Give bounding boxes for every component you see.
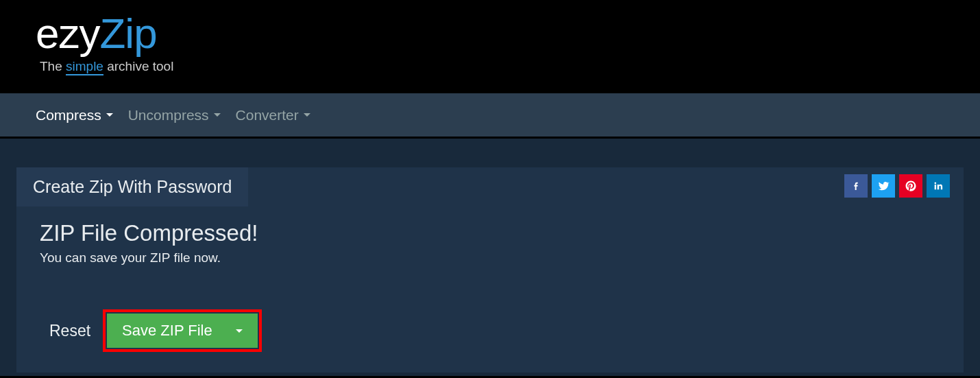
twitter-icon xyxy=(877,180,890,192)
nav-uncompress-label: Uncompress xyxy=(128,107,209,123)
main-navbar: Compress Uncompress Converter xyxy=(0,93,980,139)
status-subtext: You can save your ZIP file now. xyxy=(16,250,964,271)
caret-down-icon xyxy=(236,329,243,333)
logo-part-zip: Zip xyxy=(99,10,156,57)
caret-down-icon xyxy=(214,113,221,117)
content-area: Create Zip With Password ZIP File Compre… xyxy=(0,139,980,376)
caret-down-icon xyxy=(106,113,113,117)
caret-down-icon xyxy=(304,113,310,117)
linkedin-icon xyxy=(933,180,944,191)
share-linkedin[interactable] xyxy=(927,174,950,198)
tagline-post: archive tool xyxy=(103,59,173,73)
status-title: ZIP File Compressed! xyxy=(16,206,964,250)
nav-converter[interactable]: Converter xyxy=(236,107,310,123)
save-zip-label: Save ZIP File xyxy=(122,322,212,340)
main-panel: Create Zip With Password ZIP File Compre… xyxy=(16,167,964,373)
share-twitter[interactable] xyxy=(872,174,895,198)
site-header: ezyZip The simple archive tool xyxy=(0,0,980,93)
nav-compress[interactable]: Compress xyxy=(36,107,113,123)
nav-uncompress[interactable]: Uncompress xyxy=(128,107,221,123)
action-row: Reset Save ZIP File xyxy=(16,271,964,352)
pinterest-icon xyxy=(905,180,917,192)
panel-tab-title: Create Zip With Password xyxy=(16,167,248,206)
save-button-highlight: Save ZIP File xyxy=(103,309,262,352)
logo-part-ezy: ezy xyxy=(36,10,99,57)
share-facebook[interactable] xyxy=(844,174,868,198)
reset-link[interactable]: Reset xyxy=(49,322,90,340)
nav-converter-label: Converter xyxy=(236,107,299,123)
tagline: The simple archive tool xyxy=(40,59,944,74)
nav-compress-label: Compress xyxy=(36,107,101,123)
save-zip-button[interactable]: Save ZIP File xyxy=(107,314,258,348)
share-pinterest[interactable] xyxy=(899,174,922,198)
logo[interactable]: ezyZip The simple archive tool xyxy=(36,12,944,74)
panel-header-row: Create Zip With Password xyxy=(16,167,964,206)
tagline-highlight: simple xyxy=(66,59,103,75)
social-share xyxy=(844,167,950,198)
tagline-pre: The xyxy=(40,59,66,73)
facebook-icon xyxy=(850,180,861,191)
logo-text: ezyZip xyxy=(36,12,944,55)
